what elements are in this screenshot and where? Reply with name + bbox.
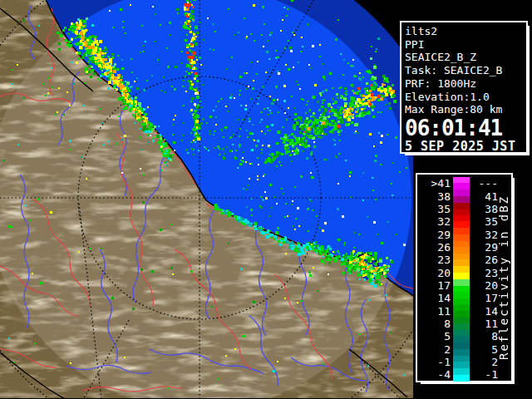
info-line: PPI xyxy=(405,38,523,52)
legend-right-label: 20 xyxy=(470,279,498,292)
legend-left-label: 29 xyxy=(419,229,451,241)
legend-left-label: 35 xyxy=(419,203,451,215)
legend-right-label: 26 xyxy=(470,254,498,266)
radar-app-window: ilts2PPISEAICE2_B_ZTask: SEAICE2_BPRF: 1… xyxy=(0,0,532,399)
legend-color-swatch xyxy=(453,356,470,368)
legend-right-label: 23 xyxy=(470,267,498,279)
legend-left-label: 8 xyxy=(419,318,451,330)
radar-ppi-display xyxy=(0,0,413,398)
legend-color-swatch xyxy=(453,266,470,278)
legend-left-label: -1 xyxy=(419,356,451,368)
legend-color-swatch xyxy=(453,177,470,190)
legend-right-label: 8 xyxy=(470,330,498,342)
info-line: ilts2 xyxy=(405,25,523,38)
legend-left-label: 5 xyxy=(419,330,451,342)
legend-color-swatch xyxy=(453,241,470,254)
legend-right-label: 5 xyxy=(470,343,498,356)
legend-color-swatch xyxy=(453,330,470,342)
time-display: 06:01:41 xyxy=(405,118,523,138)
legend-color-swatch xyxy=(453,318,470,330)
legend-left-label: 2 xyxy=(419,343,451,356)
legend-right-label: 32 xyxy=(470,229,498,241)
legend-color-swatch xyxy=(453,215,470,228)
legend-color-swatch xyxy=(453,279,470,292)
legend-color-swatch xyxy=(453,368,470,381)
info-line: Max Range:80 km xyxy=(405,103,523,116)
info-line: PRF: 1800Hz xyxy=(405,77,523,91)
legend-right-label: --- xyxy=(470,177,498,190)
info-line: SEAICE2_B_Z xyxy=(405,51,523,64)
legend-color-swatch xyxy=(453,342,470,355)
legend-left-label: 38 xyxy=(419,190,451,203)
legend-axis-title: Reflectivity in dBZ xyxy=(497,175,511,381)
date-display: 5 SEP 2025 JST xyxy=(405,140,523,154)
legend-right-label: 14 xyxy=(470,305,498,318)
legend-right-label: 2 xyxy=(470,356,498,368)
legend-right-label: 38 xyxy=(470,203,498,215)
info-lines: ilts2PPISEAICE2_B_ZTask: SEAICE2_BPRF: 1… xyxy=(405,25,523,116)
radar-map-area xyxy=(0,0,413,398)
legend-color-swatch xyxy=(453,190,470,202)
info-line: Task: SEAICE2_B xyxy=(405,64,523,77)
legend-left-label: 32 xyxy=(419,215,451,228)
legend-right-label: 11 xyxy=(470,318,498,330)
legend-color-swatch xyxy=(453,228,470,240)
legend-right-label: 17 xyxy=(470,292,498,304)
legend-left-label: 23 xyxy=(419,254,451,266)
legend-color-swatch xyxy=(453,254,470,266)
radar-info-panel: ilts2PPISEAICE2_B_ZTask: SEAICE2_BPRF: 1… xyxy=(400,21,528,154)
legend-left-label: >41 xyxy=(419,177,451,190)
legend-left-label: 14 xyxy=(419,292,451,304)
info-line: Elevation:1.0 xyxy=(405,91,523,104)
legend-left-label: 17 xyxy=(419,279,451,292)
legend-color-swatch xyxy=(453,292,470,304)
legend-left-label: -4 xyxy=(419,368,451,381)
legend-color-swatch xyxy=(453,304,470,317)
legend-left-label: 20 xyxy=(419,267,451,279)
legend-right-label: -1 xyxy=(470,368,498,381)
legend-left-label: 26 xyxy=(419,241,451,254)
reflectivity-legend-panel: >41---3841353832352932262923262023172014… xyxy=(416,173,513,382)
legend-left-label: 11 xyxy=(419,305,451,318)
legend-right-label: 29 xyxy=(470,241,498,254)
legend-right-label: 41 xyxy=(470,190,498,203)
legend-color-swatch xyxy=(453,203,470,215)
legend-right-label: 35 xyxy=(470,215,498,228)
